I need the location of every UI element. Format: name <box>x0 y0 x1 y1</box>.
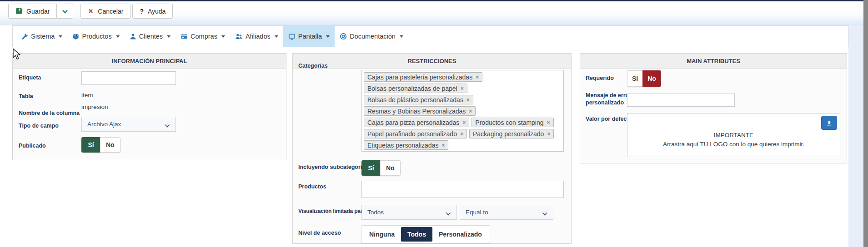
cancel-button[interactable]: Cancelar <box>80 4 130 19</box>
menu-item-pantalla[interactable]: Pantalla <box>283 26 335 47</box>
productos-input[interactable] <box>361 181 564 198</box>
vertical-scrollbar[interactable] <box>863 0 868 247</box>
help-button[interactable]: ? Ayuda <box>132 4 173 19</box>
cancel-x-icon <box>88 8 94 14</box>
chevron-down-icon <box>446 211 451 217</box>
upload-button[interactable] <box>821 116 837 130</box>
etiqueta-input[interactable] <box>81 71 176 85</box>
caret-down-icon <box>326 35 330 38</box>
categorias-label: Categorías <box>298 63 328 69</box>
caret-down-icon <box>275 35 278 38</box>
remove-tag-icon[interactable]: × <box>442 143 445 148</box>
panel-informacion-principal: INFORMACIÓN PRINCIPAL Etiqueta Tabla ite… <box>12 53 286 160</box>
valor-por-defecto-label: Valor por defecto <box>586 116 632 122</box>
etiqueta-label: Etiqueta <box>19 74 41 81</box>
remove-tag-icon[interactable]: × <box>462 120 466 125</box>
tipo-de-campo-select[interactable]: Archivo Ajax <box>81 117 176 132</box>
chevron-down-icon <box>165 123 170 129</box>
menu-item-documentacion[interactable]: Documentación <box>335 26 408 47</box>
remove-tag-icon[interactable]: × <box>476 74 479 80</box>
menu-item-sistema[interactable]: Sistema <box>16 26 67 47</box>
upload-icon <box>826 119 833 126</box>
mensaje-error-input[interactable] <box>627 94 735 107</box>
toolbar: Guardar Cancelar ? Ayuda <box>8 4 173 19</box>
remove-tag-icon[interactable]: × <box>467 97 470 103</box>
caret-down-icon <box>167 35 171 38</box>
tag-label: Bolsas de plástico personalizadas <box>367 96 463 104</box>
tabla-label: Tabla <box>19 93 33 99</box>
tag-label: Etiquetas personalizadas <box>367 142 438 149</box>
category-tag: Resmas y Bobinas Personalizadas× <box>364 106 476 116</box>
tag-label: Bolsas personalizadas de papel <box>367 85 457 92</box>
menu-item-compras[interactable]: Compras <box>176 26 230 47</box>
menu-item-productos[interactable]: Productos <box>67 26 124 47</box>
app-window: Guardar Cancelar ? Ayuda Sistema <box>0 0 868 247</box>
category-tag: Productos con stamping× <box>472 118 553 127</box>
publicado-no-button[interactable]: No <box>100 137 120 153</box>
wrench-icon <box>21 33 28 40</box>
chevron-down-icon <box>542 211 547 217</box>
category-tag: Etiquetas personalizadas× <box>364 140 448 150</box>
nivel-personalizado-button[interactable]: Personalizado <box>432 227 488 242</box>
menu-item-clientes[interactable]: Clientes <box>125 26 176 47</box>
incluyendo-yes-button[interactable]: Sí <box>361 160 381 176</box>
panel-title: INFORMACIÓN PRINCIPAL <box>13 54 286 69</box>
save-dropdown-button[interactable] <box>56 4 73 19</box>
nivel-todos-button[interactable]: Todos <box>401 227 432 242</box>
panel-title: RESTRICCIONES <box>293 54 571 69</box>
visualizacion-select[interactable]: Todos <box>361 205 457 220</box>
category-tag: Papel parafinado personalizado× <box>364 129 467 138</box>
menu-item-label: Afiliados <box>246 33 271 40</box>
operador-value: Equal to <box>466 209 488 216</box>
remove-tag-icon[interactable]: × <box>461 86 464 91</box>
visualizacion-limitada-label: Visualización limitada para <box>298 208 366 214</box>
user-icon <box>130 33 136 40</box>
menu-item-label: Compras <box>191 33 217 40</box>
incluyendo-subcategorias-label: Incluyendo subcategorías <box>298 164 368 170</box>
publicado-toggle: Sí No <box>81 137 120 153</box>
tipo-de-campo-label: Tipo de campo <box>19 123 59 129</box>
panel-restricciones: RESTRICCIONES Categorías Cajas para past… <box>292 53 572 244</box>
requerido-yes-button[interactable]: Sí <box>627 70 643 87</box>
menu-item-label: Pantalla <box>298 33 322 40</box>
menu-item-label: Sistema <box>31 33 55 40</box>
box-icon <box>72 33 79 40</box>
publicado-label: Publicado <box>19 143 46 149</box>
save-floppy-icon <box>15 8 22 15</box>
tipo-de-campo-value: Archivo Ajax <box>87 121 121 128</box>
menu-item-label: Documentación <box>350 33 396 40</box>
remove-tag-icon[interactable]: × <box>469 109 472 114</box>
tag-label: Cajas para pizza personalizadas <box>367 119 459 126</box>
menu-item-label: Productos <box>82 33 111 40</box>
nivel-ninguna-button[interactable]: Ninguna <box>363 227 401 242</box>
caret-down-icon <box>116 35 120 38</box>
tag-label: Packaging personalizado <box>473 130 544 138</box>
users-icon <box>235 33 243 40</box>
chevron-down-icon <box>62 9 68 14</box>
save-button[interactable]: Guardar <box>8 4 57 19</box>
caret-down-icon <box>400 35 403 38</box>
requerido-no-button[interactable]: No <box>642 70 661 87</box>
operador-select[interactable]: Equal to <box>460 205 553 220</box>
dropzone-line2: Arrastra aquí TU LOGO con lo que quieres… <box>627 140 840 149</box>
remove-tag-icon[interactable]: × <box>547 131 550 137</box>
category-tag: Bolsas de plástico personalizadas× <box>364 95 473 104</box>
logo-dropzone[interactable]: IMPORTANTE Arrastra aquí TU LOGO con lo … <box>627 113 840 157</box>
incluyendo-subcategorias-toggle: Sí No <box>361 160 401 176</box>
menu-item-afiliados[interactable]: Afiliados <box>230 26 283 47</box>
publicado-yes-button[interactable]: Sí <box>81 137 100 153</box>
columna-label: Nombre de la columna <box>19 110 80 116</box>
incluyendo-no-button[interactable]: No <box>380 160 401 176</box>
nivel-de-acceso-label: Nivel de acceso <box>298 230 341 236</box>
remove-tag-icon[interactable]: × <box>460 131 463 137</box>
nivel-de-acceso-segmented: Ninguna Todos Personalizado <box>361 225 490 243</box>
productos-label: Productos <box>298 183 326 190</box>
main-menu: Sistema Productos Clientes Compras <box>12 25 848 47</box>
dropzone-line1: IMPORTANTE <box>627 131 840 140</box>
category-tag: Cajas para pizza personalizadas× <box>364 118 469 127</box>
remove-tag-icon[interactable]: × <box>547 120 550 125</box>
categorias-tag-input[interactable]: Cajas para pastelería personalizadas× Bo… <box>361 70 564 152</box>
columna-value: impresion <box>81 104 108 110</box>
tabla-value: item <box>81 92 93 99</box>
requerido-toggle: Sí No <box>627 70 661 87</box>
